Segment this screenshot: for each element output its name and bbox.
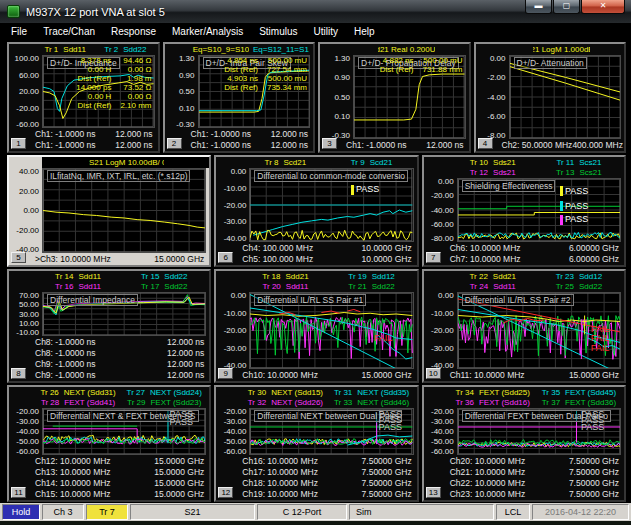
- window-number-badge[interactable]: 3: [322, 138, 337, 149]
- menu-response[interactable]: Response: [111, 26, 166, 37]
- trace-label-tr7[interactable]: Tr 7S21 LogM 10.00dB/ 0.00dB: [87, 158, 164, 168]
- menu-trace-chan[interactable]: Trace/Chan: [43, 26, 105, 37]
- trace-label-tr5[interactable]: Tr 5Sdd21 Real 0.200U/ 500mU: [378, 45, 435, 55]
- trace-label-tr2[interactable]: Tr 2Sdd22: [97, 45, 154, 55]
- vna-window-2[interactable]: Tr 3Eq=S10_9=S10Tr1MEq=S12_11=S11.300.90…: [163, 42, 316, 153]
- plot-area[interactable]: Differential NEXT between Dual PairsPASS…: [249, 408, 413, 455]
- trace-label-tr26[interactable]: Tr 26NEXT (Sdd31): [38, 388, 119, 398]
- stimulus-stop: 7.50000 GHz: [569, 478, 619, 489]
- trace-label-tr32[interactable]: Tr 32NEXT (Sdd26): [245, 398, 326, 408]
- trace-label-tr35[interactable]: Tr 35FEXT (Sdd45): [538, 388, 619, 398]
- plot-area[interactable]: Differential Impedance: [42, 292, 206, 336]
- vna-window-7[interactable]: Tr 10Sds21Tr 11Scs21Tr 12Sds21Tr 13Scs21…: [422, 155, 626, 267]
- minimize-button[interactable]: ▬: [525, 0, 552, 14]
- maximize-button[interactable]: ▢: [553, 0, 580, 14]
- trace-label-tr37[interactable]: Tr 37FEXT (Sdd36): [538, 398, 619, 408]
- window-number-badge[interactable]: 4: [478, 138, 493, 149]
- trace-label-tr8[interactable]: Tr 8Scd21: [245, 158, 326, 168]
- window-number-badge[interactable]: 13: [426, 487, 441, 498]
- vna-window-6[interactable]: Tr 8Scd21Tr 9Scd210.00-10.00-20.00-30.00…: [214, 155, 418, 267]
- trace-label-tr28[interactable]: Tr 28FEXT (Sdd41): [38, 398, 119, 408]
- window-number-badge[interactable]: 1: [11, 138, 26, 149]
- menu-file[interactable]: File: [11, 26, 37, 37]
- vna-window-4[interactable]: Tr 6Sdd21 LogM 1.000dB/ -4.00dB0.00-2.00…: [474, 42, 627, 153]
- trace-header: Tr 22Sdd21Tr 23Sdd12Tr 24Sdd11Tr 25Sdd22: [424, 271, 624, 292]
- menu-stimulus[interactable]: Stimulus: [259, 26, 307, 37]
- y-axis-label: -30.00: [424, 418, 454, 426]
- vna-window-13[interactable]: Tr 34FEXT (Sdd25)Tr 35FEXT (Sdd45)Tr 36F…: [422, 385, 626, 502]
- trace-label-tr12[interactable]: Tr 12Sds21: [452, 168, 533, 178]
- trace-label-tr27[interactable]: Tr 27NEXT (Sdd24): [124, 388, 205, 398]
- window-number-badge[interactable]: 9: [218, 368, 233, 379]
- stimulus-stop: 6.00000 GHz: [569, 243, 619, 254]
- trace-label-tr31[interactable]: Tr 31NEXT (Sdd35): [331, 388, 412, 398]
- trace-measurement: Sdd11: [78, 272, 101, 282]
- title-bar[interactable]: M937X 12 port VNA at slot 5 ▬ ▢ ✕: [0, 0, 631, 23]
- vna-window-12[interactable]: Tr 30NEXT (Sdd15)Tr 31NEXT (Sdd35)Tr 32N…: [214, 385, 418, 502]
- marker-readout-value: 500.00 mU: [267, 56, 307, 65]
- trace-label[interactable]: Eq=S12_11=S1: [253, 45, 310, 55]
- trace-label-tr9[interactable]: Tr 9Scd21: [331, 158, 412, 168]
- vna-window-1[interactable]: Tr 1Sdd11Tr 2Sdd22100.0060.0020.00-20.00…: [7, 42, 160, 153]
- trace-label-tr14[interactable]: Tr 14Sdd11: [38, 272, 119, 282]
- trace-label-tr15[interactable]: Tr 15Sdd22: [124, 272, 205, 282]
- window-number-badge[interactable]: 11: [11, 487, 26, 498]
- stimulus-stop: 7.50000 GHz: [362, 467, 412, 478]
- trace-label-tr20[interactable]: Tr 20Sdd11: [245, 282, 326, 292]
- window-number-badge[interactable]: 2: [167, 138, 182, 149]
- plot-area[interactable]: Differential NEXT & FEXT between SSPASSP…: [42, 408, 206, 455]
- trace-label-tr19[interactable]: Tr 19Sdd12: [331, 272, 412, 282]
- window-number-badge[interactable]: 6: [218, 252, 233, 263]
- plot-area[interactable]: Differential IL/RL SS Pair #2FAILFAILFAI…: [457, 292, 621, 369]
- trace-label-tr23[interactable]: Tr 23Sdd12: [538, 272, 619, 282]
- plot-area[interactable]: Differential FEXT between Dual Pair oPAS…: [457, 408, 621, 455]
- window-number-badge[interactable]: 10: [426, 368, 441, 379]
- vna-window-8[interactable]: Tr 14Sdd11Tr 15Sdd22Tr 16Sdd11Tr 17Sdd22…: [7, 269, 211, 383]
- plot-area[interactable]: ILfitatNq, IMR, IXT, IRL, etc. (*.s12p): [42, 168, 206, 253]
- trace-label-tr30[interactable]: Tr 30NEXT (Sdd15): [245, 388, 326, 398]
- vna-window-3[interactable]: Tr 5Sdd21 Real 0.200U/ 500mU1.300.900.50…: [318, 42, 471, 153]
- trace-label-tr36[interactable]: Tr 36FEXT (Sdd16): [452, 398, 533, 408]
- plot-area[interactable]: Differential to common-mode conversioPAS…: [249, 168, 413, 242]
- vna-window-9[interactable]: Tr 18Sdd21Tr 19Sdd12Tr 20Sdd11Tr 21Sdd22…: [214, 269, 418, 383]
- plot-area[interactable]: Shielding EffectivenessPASSPASSPASS: [457, 178, 621, 242]
- window-number-badge[interactable]: 5: [11, 252, 26, 263]
- vna-window-11[interactable]: Tr 26NEXT (Sdd31)Tr 27NEXT (Sdd24)Tr 28F…: [7, 385, 211, 502]
- vna-window-5[interactable]: Tr 7S21 LogM 10.00dB/ 0.00dB40.0020.000.…: [7, 155, 211, 267]
- close-button[interactable]: ✕: [581, 0, 625, 14]
- menu-utility[interactable]: Utility: [314, 26, 348, 37]
- trace-label-tr34[interactable]: Tr 34FEXT (Sdd25): [452, 388, 533, 398]
- trace-label-tr21[interactable]: Tr 21Sdd22: [331, 282, 412, 292]
- plot-area[interactable]: Differential IL/RL SS Pair #1FAIL: [249, 292, 413, 369]
- plot-area[interactable]: D+/D- Attenuation: [509, 55, 622, 139]
- trace-label-tr10[interactable]: Tr 10Sds21: [452, 158, 533, 168]
- menu-marker-analysis[interactable]: Marker/Analysis: [172, 26, 253, 37]
- trace-label-tr33[interactable]: Tr 33NEXT (Sdd46): [331, 398, 412, 408]
- trace-measurement: NEXT (Sdd31): [64, 388, 116, 398]
- trace-label-tr24[interactable]: Tr 24Sdd11: [452, 282, 533, 292]
- trace-label-tr25[interactable]: Tr 25Sdd22: [538, 282, 619, 292]
- trace-label-tr11[interactable]: Tr 11Scs21: [538, 158, 619, 168]
- window-number-badge[interactable]: 8: [11, 368, 26, 379]
- trace-label-tr6[interactable]: Tr 6Sdd21 LogM 1.000dB/ -4.00dB: [533, 45, 590, 55]
- trace-label-tr3[interactable]: Tr 3Eq=S10_9=S10Tr1M: [192, 45, 249, 55]
- trace-label-tr1[interactable]: Tr 1Sdd11: [37, 45, 94, 55]
- trace-label-tr17[interactable]: Tr 17Sdd22: [124, 282, 205, 292]
- vna-window-10[interactable]: Tr 22Sdd21Tr 23Sdd12Tr 24Sdd11Tr 25Sdd22…: [422, 269, 626, 383]
- status-datetime: 2016-04-12 22:20: [532, 504, 629, 520]
- plot-area[interactable]: D+/D- Intra Pair Skew4.854 ns500.00 mUDi…: [198, 55, 311, 128]
- trace-label-tr18[interactable]: Tr 18Sdd21: [245, 272, 326, 282]
- menu-help[interactable]: Help: [354, 26, 385, 37]
- y-axis-label: 0.90: [320, 74, 350, 82]
- plot-area[interactable]: D+/D- Impedance8.373 ns94.46 Ω0.00 H0.00…: [42, 55, 155, 128]
- window-number-badge[interactable]: 12: [218, 487, 233, 498]
- window-title: M937X 12 port VNA at slot 5: [26, 6, 165, 18]
- trace-label-tr13[interactable]: Tr 13Scs21: [538, 168, 619, 178]
- plot-area[interactable]: D+/D- Propagation Delay4.882 ns500.00 mU…: [353, 55, 466, 139]
- y-axis-scale: 0.00-2.00-4.00-6.00-8.00: [476, 55, 509, 140]
- trace-label-tr22[interactable]: Tr 22Sdd21: [452, 272, 533, 282]
- window-number-badge[interactable]: 7: [426, 252, 441, 263]
- trace-label-tr29[interactable]: Tr 29FEXT (Sdd23): [124, 398, 205, 408]
- trace-measurement: Sdd11: [78, 282, 101, 292]
- trace-label-tr16[interactable]: Tr 16Sdd11: [38, 282, 119, 292]
